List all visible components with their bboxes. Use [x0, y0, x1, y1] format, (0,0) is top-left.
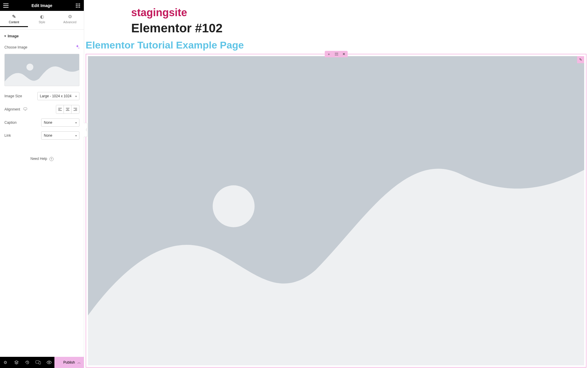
drag-section-handle[interactable]: [335, 53, 338, 56]
drag-handle-icon: [335, 53, 338, 56]
responsive-button[interactable]: [33, 357, 44, 368]
svg-point-15: [335, 53, 335, 53]
align-center-button[interactable]: [64, 105, 71, 113]
align-center-icon: [66, 108, 69, 111]
responsive-icon: [36, 360, 41, 364]
layers-icon: [14, 360, 19, 365]
history-icon: [25, 360, 30, 365]
svg-point-17: [337, 53, 338, 53]
ai-generate-button[interactable]: [75, 45, 79, 50]
caption-select[interactable]: None: [41, 118, 79, 127]
site-title[interactable]: stagingsite: [84, 3, 588, 20]
link-value: None: [44, 133, 52, 138]
editor-canvas[interactable]: stagingsite Elementor #102 Elementor Tut…: [84, 0, 588, 368]
link-select[interactable]: None: [41, 131, 79, 140]
history-button[interactable]: [22, 357, 33, 368]
caret-down-icon: ▾: [4, 34, 6, 38]
widgets-panel-button[interactable]: [74, 2, 81, 9]
svg-rect-13: [39, 362, 41, 364]
pencil-icon: ✎: [579, 58, 582, 62]
svg-point-10: [26, 63, 33, 71]
tab-content-label: Content: [9, 21, 19, 24]
svg-rect-5: [79, 5, 80, 6]
svg-point-20: [337, 55, 338, 55]
preview-icon: [46, 361, 52, 364]
alignment-group: [56, 105, 79, 114]
edit-widget-button[interactable]: ✎: [577, 56, 584, 63]
page-settings-button[interactable]: ⚙: [0, 357, 11, 368]
chevron-left-icon: 〈: [84, 128, 87, 132]
menu-button[interactable]: [2, 2, 9, 9]
svg-point-22: [213, 185, 254, 227]
sidebar-footer: ⚙ Publish ︿: [0, 357, 84, 368]
publish-label: Publish: [63, 360, 75, 364]
svg-point-19: [336, 55, 337, 55]
navigator-button[interactable]: [11, 357, 22, 368]
hamburger-icon: [3, 4, 9, 8]
section-title: Image: [8, 34, 19, 38]
svg-rect-4: [78, 5, 79, 6]
tab-advanced[interactable]: ⚙ Advanced: [56, 11, 84, 29]
svg-rect-12: [36, 361, 39, 363]
collapse-sidebar-button[interactable]: 〈: [84, 123, 87, 137]
svg-rect-2: [79, 4, 80, 4]
editor-sidebar: Edit Image ✎ Content ◐ Style ⚙ Advanced …: [0, 0, 84, 368]
sparkle-icon: [75, 45, 79, 49]
caption-label: Caption: [4, 121, 16, 125]
need-help-link[interactable]: Need Help ?: [4, 157, 79, 161]
delete-section-button[interactable]: ✕: [342, 52, 345, 56]
section-toolbar: ＋ ✕: [325, 51, 348, 57]
image-preview[interactable]: [4, 54, 79, 86]
svg-rect-3: [76, 5, 77, 6]
image-size-label: Image Size: [4, 94, 22, 98]
image-size-value: Large - 1024 x 1024: [40, 94, 71, 98]
align-left-button[interactable]: [56, 105, 64, 113]
choose-image-label: Choose Image: [4, 45, 27, 49]
tab-advanced-label: Advanced: [63, 21, 76, 24]
svg-rect-7: [78, 7, 79, 8]
publish-button[interactable]: Publish ︿: [54, 357, 84, 368]
alignment-label: Alignment: [4, 107, 27, 111]
svg-rect-11: [24, 108, 27, 110]
image-widget-placeholder[interactable]: [88, 56, 584, 365]
apps-grid-icon: [76, 4, 80, 8]
image-size-select[interactable]: Large - 1024 x 1024: [37, 92, 79, 100]
add-section-button[interactable]: ＋: [327, 52, 331, 57]
svg-rect-9: [5, 54, 79, 86]
caption-value: None: [44, 121, 52, 125]
section-heading[interactable]: Elementor Tutorial Example Page: [84, 39, 588, 51]
pencil-icon: ✎: [12, 14, 16, 19]
svg-rect-0: [76, 4, 77, 4]
svg-point-16: [336, 53, 337, 53]
svg-rect-8: [79, 7, 80, 8]
svg-point-18: [335, 55, 335, 55]
section-image-toggle[interactable]: ▾ Image: [4, 30, 79, 42]
help-icon: ?: [49, 157, 54, 161]
contrast-icon: ◐: [40, 14, 44, 19]
align-right-button[interactable]: [71, 105, 79, 113]
page-title: Elementor #102: [84, 20, 588, 39]
svg-point-14: [49, 362, 50, 363]
settings-icon: ⚙: [4, 360, 7, 365]
desktop-icon[interactable]: [24, 107, 27, 111]
svg-rect-21: [88, 56, 584, 365]
close-icon: ✕: [342, 52, 345, 56]
sidebar-title: Edit Image: [9, 3, 74, 8]
chevron-up-icon[interactable]: ︿: [77, 360, 81, 365]
tab-style-label: Style: [39, 21, 45, 24]
align-right-icon: [74, 108, 77, 111]
sidebar-topbar: Edit Image: [0, 0, 84, 11]
tab-content[interactable]: ✎ Content: [0, 11, 28, 29]
align-left-icon: [58, 108, 62, 111]
panel-tabs: ✎ Content ◐ Style ⚙ Advanced: [0, 11, 84, 30]
link-label: Link: [4, 133, 11, 138]
gear-icon: ⚙: [68, 14, 72, 19]
panel-body: ▾ Image Choose Image Image Size: [0, 30, 84, 357]
svg-rect-6: [76, 7, 77, 8]
tab-style[interactable]: ◐ Style: [28, 11, 56, 29]
preview-button[interactable]: [44, 357, 54, 368]
elementor-section[interactable]: ＋ ✕ ✎: [86, 54, 587, 368]
need-help-label: Need Help: [30, 157, 47, 161]
plus-icon: ＋: [327, 52, 331, 57]
svg-rect-1: [78, 4, 79, 4]
